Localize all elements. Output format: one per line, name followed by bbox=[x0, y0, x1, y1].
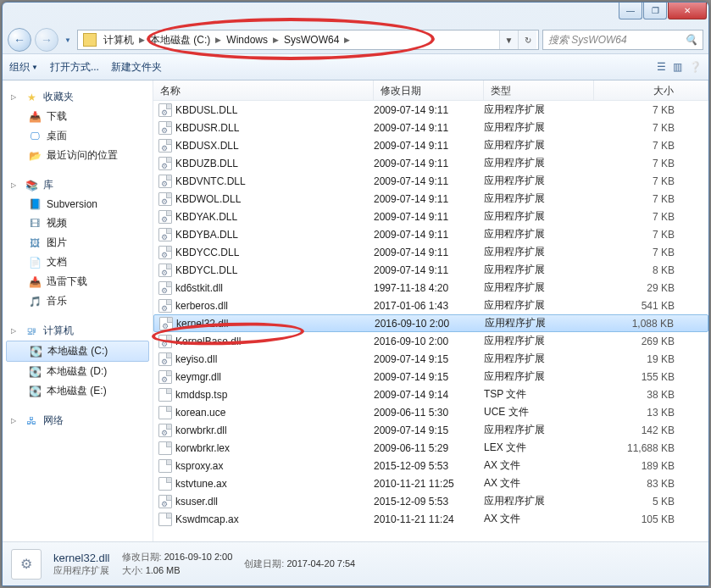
sidebar-group-计算机[interactable]: ▷🖳计算机 bbox=[3, 321, 153, 341]
file-row[interactable]: korean.uce2009-06-11 5:30UCE 文件13 KB bbox=[153, 403, 708, 421]
file-row[interactable]: ksuser.dll2015-12-09 5:53应用程序扩展5 KB bbox=[153, 492, 708, 510]
file-row[interactable]: Kswdmcap.ax2010-11-21 11:24AX 文件105 KB bbox=[153, 510, 708, 528]
help-button[interactable]: ❔ bbox=[689, 61, 702, 73]
sidebar-item[interactable]: 🖼图片 bbox=[3, 233, 153, 252]
sidebar-item[interactable]: 📘Subversion bbox=[3, 195, 153, 214]
maximize-button[interactable]: ❐ bbox=[643, 3, 667, 19]
file-list[interactable]: KBDUSL.DLL2009-07-14 9:11应用程序扩展7 KBKBDUS… bbox=[153, 101, 708, 541]
file-name: ksuser.dll bbox=[175, 496, 218, 508]
breadcrumb-sep-icon[interactable]: ▶ bbox=[214, 36, 223, 44]
search-input[interactable]: 搜索 SysWOW64 🔍 bbox=[542, 30, 703, 50]
breadcrumb-item[interactable]: Windows bbox=[223, 34, 271, 46]
address-dropdown-button[interactable]: ▼ bbox=[499, 31, 518, 49]
file-name: kmddsp.tsp bbox=[175, 389, 227, 401]
file-row[interactable]: KBDUSL.DLL2009-07-14 9:11应用程序扩展7 KB bbox=[153, 101, 708, 119]
sidebar-item[interactable]: 💽本地磁盘 (C:) bbox=[6, 341, 149, 362]
sidebar-item[interactable]: 📥下载 bbox=[3, 107, 153, 126]
sidebar-item[interactable]: 📥迅雷下载 bbox=[3, 272, 153, 291]
file-size: 189 KB bbox=[594, 460, 708, 472]
sidebar-item[interactable]: 📂最近访问的位置 bbox=[3, 146, 153, 165]
sidebar-group-收藏夹[interactable]: ▷★收藏夹 bbox=[3, 87, 153, 107]
file-icon bbox=[158, 281, 172, 295]
file-name: KernelBase.dll bbox=[175, 336, 241, 347]
view-mode-button[interactable]: ☰ bbox=[657, 61, 666, 73]
file-row[interactable]: KBDYAK.DLL2009-07-14 9:11应用程序扩展7 KB bbox=[153, 208, 708, 225]
file-date: 2009-07-14 9:11 bbox=[374, 140, 484, 152]
file-size: 7 KB bbox=[594, 193, 708, 205]
sidebar-item[interactable]: 🎞视频 bbox=[3, 214, 153, 233]
nav-back-button[interactable]: ← bbox=[8, 28, 31, 52]
file-date: 2009-07-14 9:11 bbox=[374, 264, 484, 276]
sidebar-item[interactable]: 💽本地磁盘 (E:) bbox=[3, 381, 153, 401]
file-date: 2009-07-14 9:15 bbox=[374, 424, 484, 436]
file-date: 2016-09-10 2:00 bbox=[374, 336, 484, 347]
file-row[interactable]: kernel32.dll2016-09-10 2:00应用程序扩展1,088 K… bbox=[153, 314, 708, 332]
file-icon bbox=[158, 388, 172, 402]
file-row[interactable]: KBDUSX.DLL2009-07-14 9:11应用程序扩展7 KB bbox=[153, 136, 708, 154]
file-row[interactable]: korwbrkr.lex2009-06-11 5:29LEX 文件11,688 … bbox=[153, 439, 708, 457]
minimize-button[interactable]: — bbox=[619, 3, 642, 19]
column-size[interactable]: 大小 bbox=[594, 80, 708, 100]
file-size: 7 KB bbox=[594, 247, 708, 258]
preview-pane-button[interactable]: ▥ bbox=[673, 61, 682, 73]
breadcrumb-sep-icon[interactable]: ▶ bbox=[137, 36, 147, 44]
file-row[interactable]: kmddsp.tsp2009-07-14 9:14TSP 文件38 KB bbox=[153, 386, 708, 403]
file-row[interactable]: KernelBase.dll2016-09-10 2:00应用程序扩展269 K… bbox=[153, 332, 708, 350]
file-row[interactable]: KBDYBA.DLL2009-07-14 9:11应用程序扩展7 KB bbox=[153, 225, 708, 243]
nav-forward-button[interactable]: → bbox=[35, 28, 58, 52]
details-pane: ⚙ kernel32.dll 应用程序扩展 修改日期: 2016-09-10 2… bbox=[3, 541, 708, 585]
column-type[interactable]: 类型 bbox=[484, 80, 594, 100]
file-row[interactable]: KBDWOL.DLL2009-07-14 9:11应用程序扩展7 KB bbox=[153, 190, 708, 208]
nav-history-dropdown[interactable]: ▼ bbox=[62, 31, 74, 48]
file-row[interactable]: kd6stkit.dll1997-11-18 4:20应用程序扩展29 KB bbox=[153, 279, 708, 297]
close-button[interactable]: ✕ bbox=[668, 3, 707, 19]
sidebar-item[interactable]: 🎵音乐 bbox=[3, 291, 153, 311]
file-row[interactable]: KBDYCC.DLL2009-07-14 9:11应用程序扩展7 KB bbox=[153, 243, 708, 261]
file-row[interactable]: KBDUSR.DLL2009-07-14 9:11应用程序扩展7 KB bbox=[153, 119, 708, 136]
open-with-button[interactable]: 打开方式... bbox=[50, 60, 99, 75]
file-date: 2015-12-09 5:53 bbox=[374, 496, 484, 508]
file-type: 应用程序扩展 bbox=[484, 245, 594, 259]
column-headers: 名称 修改日期 类型 大小 bbox=[153, 80, 708, 101]
file-row[interactable]: ksproxy.ax2015-12-09 5:53AX 文件189 KB bbox=[153, 457, 708, 474]
file-size: 269 KB bbox=[594, 336, 708, 347]
file-name: korwbrkr.dll bbox=[175, 424, 227, 436]
sidebar-item[interactable]: 📄文档 bbox=[3, 252, 153, 272]
file-icon bbox=[158, 513, 172, 526]
column-date[interactable]: 修改日期 bbox=[374, 80, 484, 100]
sidebar-item[interactable]: 💽本地磁盘 (D:) bbox=[3, 362, 153, 381]
sidebar-item[interactable]: 🖵桌面 bbox=[3, 126, 153, 146]
details-filename: kernel32.dll bbox=[53, 552, 110, 564]
file-size: 7 KB bbox=[594, 122, 708, 134]
breadcrumb-item[interactable]: 本地磁盘 (C:) bbox=[147, 33, 214, 47]
file-row[interactable]: kstvtune.ax2010-11-21 11:25AX 文件83 KB bbox=[153, 474, 708, 492]
column-name[interactable]: 名称 bbox=[153, 80, 374, 100]
file-icon bbox=[158, 121, 172, 135]
new-folder-button[interactable]: 新建文件夹 bbox=[111, 60, 162, 75]
breadcrumb-sep-icon[interactable]: ▶ bbox=[271, 36, 281, 44]
file-row[interactable]: kerberos.dll2017-01-06 1:43应用程序扩展541 KB bbox=[153, 297, 708, 314]
breadcrumb-item[interactable]: SysWOW64 bbox=[281, 34, 342, 46]
file-row[interactable]: KBDVNTC.DLL2009-07-14 9:11应用程序扩展7 KB bbox=[153, 172, 708, 190]
address-bar[interactable]: 计算机 ▶ 本地磁盘 (C:) ▶ Windows ▶ SysWOW64 ▶ ▼… bbox=[77, 30, 539, 50]
breadcrumb-sep-icon[interactable]: ▶ bbox=[342, 36, 352, 44]
file-icon bbox=[158, 157, 172, 170]
file-type: AX 文件 bbox=[484, 458, 594, 473]
file-row[interactable]: KBDUZB.DLL2009-07-14 9:11应用程序扩展7 KB bbox=[153, 154, 708, 172]
file-row[interactable]: keymgr.dll2009-07-14 9:15应用程序扩展155 KB bbox=[153, 368, 708, 386]
file-name: KBDYBA.DLL bbox=[175, 229, 238, 241]
organize-button[interactable]: 组织▼ bbox=[9, 60, 38, 75]
file-date: 2009-07-14 9:15 bbox=[374, 371, 484, 383]
file-name: KBDUSX.DLL bbox=[175, 140, 239, 152]
sidebar-group-网络[interactable]: ▷🖧网络 bbox=[3, 411, 153, 430]
file-type: 应用程序扩展 bbox=[484, 191, 594, 206]
file-date: 2009-07-14 9:11 bbox=[374, 175, 484, 187]
sidebar-group-库[interactable]: ▷📚库 bbox=[3, 175, 153, 195]
file-row[interactable]: KBDYCL.DLL2009-07-14 9:11应用程序扩展8 KB bbox=[153, 261, 708, 279]
breadcrumb-item[interactable]: 计算机 bbox=[100, 33, 137, 47]
refresh-button[interactable]: ↻ bbox=[518, 31, 536, 49]
file-size: 7 KB bbox=[594, 104, 708, 116]
file-row[interactable]: korwbrkr.dll2009-07-14 9:15应用程序扩展142 KB bbox=[153, 421, 708, 439]
file-row[interactable]: keyiso.dll2009-07-14 9:15应用程序扩展19 KB bbox=[153, 350, 708, 368]
file-type: 应用程序扩展 bbox=[484, 209, 594, 224]
